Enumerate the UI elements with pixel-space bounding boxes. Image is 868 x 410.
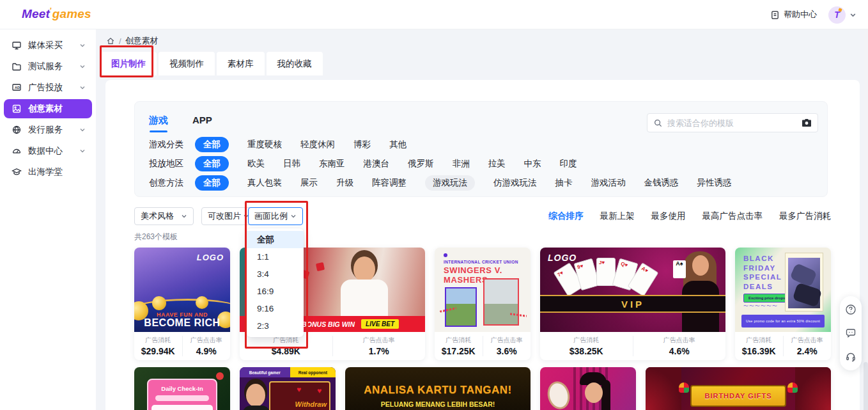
- results-count: 共263个模板: [134, 232, 178, 242]
- template-card-black-friday[interactable]: BLACK FRIDAY SPECIAL DEALS Exciting pric…: [735, 248, 831, 360]
- search-icon: [653, 118, 663, 128]
- template-card-cricket[interactable]: INTERNATIONAL CRICKET UNION SWINGERS V.M…: [435, 248, 531, 360]
- filter-chip[interactable]: 升级: [336, 177, 353, 189]
- filter-chip[interactable]: 博彩: [353, 139, 371, 150]
- tab-my-favorites[interactable]: 我的收藏: [267, 52, 323, 75]
- search-input[interactable]: [667, 118, 797, 128]
- template-card-birthday-gifts[interactable]: BIRTHDAY GIFTS PICK YOUR FAVORITE GIFT: [646, 367, 831, 410]
- template-stats: 广告消耗$17.25K 广告点击率3.6%: [435, 332, 531, 360]
- sort-most-spend[interactable]: 最多广告消耗: [779, 210, 831, 222]
- art-ace-card: A♠: [673, 260, 686, 278]
- template-thumbnail: BLACK FRIDAY SPECIAL DEALS Exciting pric…: [735, 248, 831, 332]
- breadcrumb-separator: /: [119, 36, 121, 46]
- filter-chip[interactable]: 抽卡: [555, 177, 573, 189]
- filter-chip[interactable]: 游戏活动: [591, 177, 626, 189]
- filter-chip[interactable]: 日韩: [283, 158, 300, 170]
- filter-chip[interactable]: 俄罗斯: [408, 158, 434, 170]
- aspect-ratio-select[interactable]: 画面比例: [248, 207, 303, 225]
- spend-value: $38.25K: [540, 346, 633, 356]
- ratio-option-1-1[interactable]: 1:1: [247, 248, 304, 265]
- filter-chip[interactable]: 展示: [300, 177, 318, 189]
- select-label: 画面比例: [254, 210, 288, 222]
- top-header: Meet’games 帮助中心 T: [0, 0, 868, 29]
- sort-comprehensive[interactable]: 综合排序: [549, 210, 584, 222]
- template-grid-row-1: LOGO HAAVE FUN AND BECOME RICH 广告消耗$29.9…: [134, 248, 831, 360]
- ratio-option-all[interactable]: 全部: [247, 231, 304, 248]
- filter-chip[interactable]: 重度硬核: [247, 139, 282, 150]
- template-card-analisa[interactable]: ANALISA KARTU TANGAN! PELUANG MENANG LEB…: [345, 367, 531, 410]
- sort-highest-ctr[interactable]: 最高广告点击率: [702, 210, 763, 222]
- scrollbar[interactable]: [864, 29, 868, 410]
- tab-image-creation[interactable]: 图片制作: [100, 52, 157, 75]
- image-search-camera-icon[interactable]: [802, 118, 812, 127]
- template-card-withdraw[interactable]: Beautiful gamer Real opponent ♥ ♥ Withdr…: [240, 367, 336, 410]
- sidebar-item-label: 媒体采买: [28, 40, 73, 51]
- brand-logo[interactable]: Meet’games: [22, 7, 91, 21]
- type-tab-game[interactable]: 游戏: [149, 114, 168, 127]
- filter-chip[interactable]: 印度: [560, 158, 577, 170]
- sidebar: 媒体采买 测试服务 AD 广告投放 创意素材 发行服务 数据中心 出海学堂: [0, 29, 96, 410]
- feedback-chat-icon[interactable]: [844, 327, 857, 340]
- template-card-pink-gamer[interactable]: [540, 367, 636, 410]
- ratio-option-2-3[interactable]: 2:3: [247, 317, 304, 335]
- art-tag: Real opponent: [290, 367, 336, 377]
- filter-chip[interactable]: 阵容调整: [372, 177, 407, 189]
- select-label: 可改图片: [208, 210, 241, 222]
- filter-chip[interactable]: 仿游戏玩法: [493, 177, 537, 189]
- wave-decoration: 〜〜〜〜〜〜: [743, 303, 778, 309]
- art-title-line: BLACK: [743, 255, 774, 262]
- template-card-daily-checkin[interactable]: Daily Check-In: [134, 367, 230, 410]
- filter-chip[interactable]: 异性诱惑: [697, 177, 732, 189]
- sidebar-item-media-buy[interactable]: 媒体采买: [4, 36, 92, 55]
- sidebar-item-label: 数据中心: [28, 145, 73, 157]
- filter-chip[interactable]: 游戏玩法: [425, 175, 475, 191]
- help-circle-icon[interactable]: [844, 303, 857, 316]
- filter-chip[interactable]: 全部: [195, 156, 229, 171]
- globe-icon: [12, 125, 22, 135]
- filter-chip[interactable]: 非洲: [453, 158, 470, 170]
- filter-chip[interactable]: 真人包装: [247, 177, 282, 189]
- help-center-link[interactable]: 帮助中心: [770, 9, 817, 20]
- template-stats: 广告消耗$38.25K 广告点击率4.6%: [540, 332, 725, 360]
- user-menu[interactable]: T: [828, 6, 856, 24]
- type-tab-app[interactable]: APP: [192, 114, 212, 127]
- ratio-option-16-9[interactable]: 16:9: [247, 283, 304, 300]
- tab-asset-library[interactable]: 素材库: [217, 52, 265, 75]
- headset-support-icon[interactable]: [844, 351, 857, 363]
- template-card-vip[interactable]: LOGO 7♥ 9♥ J♥ Q♥ A♥ A♠ VIP 广告消耗$38.25K 广…: [540, 248, 725, 360]
- brand-spark-icon: ’: [49, 6, 52, 15]
- template-card-become-rich[interactable]: LOGO HAAVE FUN AND BECOME RICH 广告消耗$29.9…: [134, 248, 230, 360]
- sidebar-item-publish-service[interactable]: 发行服务: [4, 120, 92, 139]
- filter-chip[interactable]: 东南亚: [319, 158, 345, 170]
- select-label: 美术风格: [141, 210, 174, 222]
- sidebar-item-creative-assets[interactable]: 创意素材: [4, 99, 92, 118]
- filter-chip[interactable]: 金钱诱惑: [644, 177, 679, 189]
- ctr-value: 1.7%: [333, 346, 426, 356]
- template-thumbnail: BIRTHDAY GIFTS PICK YOUR FAVORITE GIFT: [646, 367, 831, 410]
- sort-newest[interactable]: 最新上架: [600, 210, 635, 222]
- ratio-option-9-16[interactable]: 9:16: [247, 300, 304, 317]
- sidebar-item-academy[interactable]: 出海学堂: [4, 162, 92, 182]
- sidebar-item-data-center[interactable]: 数据中心: [4, 141, 92, 161]
- filter-chip[interactable]: 其他: [389, 139, 407, 150]
- spend-label: 广告消耗: [735, 336, 783, 345]
- filter-chip[interactable]: 全部: [195, 175, 229, 191]
- filter-chip[interactable]: 全部: [195, 137, 229, 152]
- filter-chip[interactable]: 中东: [524, 158, 541, 170]
- sort-most-used[interactable]: 最多使用: [651, 210, 686, 222]
- filter-chip[interactable]: 拉美: [488, 158, 506, 170]
- sidebar-item-test-service[interactable]: 测试服务: [4, 57, 92, 76]
- template-thumbnail: Beautiful gamer Real opponent ♥ ♥ Withdr…: [240, 367, 336, 410]
- scrollbar-thumb[interactable]: [864, 362, 868, 410]
- ratio-option-3-4[interactable]: 3:4: [247, 265, 304, 283]
- home-icon[interactable]: [106, 36, 115, 45]
- art-style-select[interactable]: 美术风格: [134, 207, 194, 225]
- sidebar-item-ad-delivery[interactable]: AD 广告投放: [4, 78, 92, 97]
- filter-chip[interactable]: 港澳台: [364, 158, 390, 170]
- filter-chip[interactable]: 欧美: [247, 158, 265, 170]
- folder-icon: [12, 61, 22, 72]
- screen-icon: [12, 40, 22, 51]
- cricket-photo-right: [483, 278, 519, 326]
- tab-video-creation[interactable]: 视频制作: [159, 52, 215, 75]
- filter-chip[interactable]: 轻度休闲: [300, 139, 335, 150]
